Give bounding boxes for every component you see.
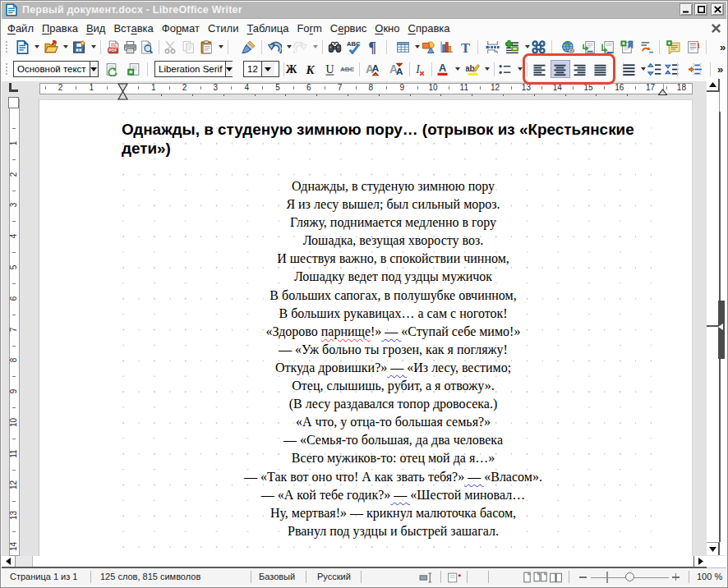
insert-hyperlink-button[interactable] — [559, 38, 578, 56]
align-left-button[interactable] — [529, 60, 549, 78]
poem-line[interactable]: Отец, слышишь, рубит, а я отвожу». — [129, 377, 658, 395]
menu-table[interactable]: Таблица — [242, 20, 293, 37]
document-heading[interactable]: Однажды, в студеную зимнюю пору… (отрыво… — [122, 120, 649, 158]
scroll-up-button[interactable] — [707, 79, 720, 92]
line-spacing-button[interactable] — [619, 60, 638, 78]
paragraph-style-combo-value[interactable]: Основной текст — [14, 62, 90, 76]
new-document-dropdown[interactable] — [32, 38, 41, 56]
toolbar-overflow-button[interactable]: » — [713, 38, 728, 56]
right-indent-marker[interactable] — [658, 89, 667, 95]
insert-chart-button[interactable] — [437, 38, 457, 56]
poem-line[interactable]: В больших рукавицах… а сам с ноготок! — [129, 305, 658, 323]
track-changes-button[interactable] — [684, 38, 703, 56]
undo-button[interactable] — [265, 38, 284, 56]
font-color-dropdown[interactable] — [453, 60, 462, 78]
font-size-combo-dropdown[interactable] — [261, 62, 274, 76]
print-preview-button[interactable] — [136, 38, 156, 56]
language-status[interactable]: Русский — [317, 572, 351, 581]
page-style-status[interactable]: Базовый — [259, 572, 295, 581]
close-document-icon[interactable] — [711, 23, 721, 34]
insert-bookmark-button[interactable] — [618, 38, 638, 56]
vertical-scroll-thumb[interactable] — [707, 92, 720, 327]
bullets-button[interactable] — [495, 60, 515, 78]
poem-line[interactable]: И шествуя важно, в спокойствии чинном, — [129, 250, 658, 268]
poem-line[interactable]: Лошадку ведет под уздцы мужичок — [129, 268, 658, 286]
highlight-color-button[interactable]: ab — [463, 60, 482, 78]
poem-line[interactable]: — «Семья-то большая, да два человека — [129, 431, 658, 449]
horizontal-ruler[interactable]: 12123456789101112131415161718 — [21, 82, 707, 96]
insert-image-button[interactable] — [418, 38, 438, 56]
strikethrough-button[interactable]: ABC — [337, 60, 357, 78]
menu-window[interactable]: Окно — [371, 20, 403, 37]
menu-styles[interactable]: Стили — [204, 20, 242, 37]
formatting-marks-button[interactable]: ¶ — [364, 38, 384, 56]
page-count-status[interactable]: Страница 1 из 1 — [10, 572, 77, 581]
toolbar-grip[interactable] — [4, 39, 12, 54]
insert-special-character-button[interactable] — [529, 38, 549, 56]
copy-button[interactable] — [179, 38, 199, 56]
selection-mode-icon[interactable] — [419, 571, 433, 586]
document-page[interactable]: Однажды, в студеную зимнюю пору… (отрыво… — [39, 99, 693, 556]
poem-line[interactable]: — «Так вот оно что! А как звать тебя?» —… — [129, 468, 658, 486]
font-size-combo[interactable]: 12 — [243, 61, 279, 77]
poem-line[interactable]: — «Уж больно ты грозен, как я погляжу! — [129, 341, 658, 359]
open-button[interactable] — [41, 38, 61, 56]
poem-text[interactable]: Однажды, в студеную зимнюю поруЯ из лесу… — [129, 177, 658, 540]
vertical-scrollbar[interactable] — [707, 79, 726, 555]
vertical-ruler[interactable]: 1234567891011121314 — [8, 96, 21, 556]
insert-comment-button[interactable] — [663, 38, 683, 56]
find-replace-button[interactable] — [325, 38, 344, 56]
poem-line[interactable]: Однажды, в студеную зимнюю пору — [129, 177, 658, 195]
menu-file[interactable]: Файл — [3, 20, 38, 37]
zoom-out-button[interactable] — [579, 577, 587, 578]
horizontal-scroll-thumb[interactable] — [15, 556, 33, 567]
poem-line[interactable]: — «А кой тебе годик?» — «Шестой миновал… — [129, 486, 658, 504]
toolbar-grip[interactable] — [4, 62, 12, 76]
menu-tools[interactable]: Сервис — [326, 20, 371, 37]
poem-line[interactable]: Рванул под уздцы и быстрей зашагал. — [129, 522, 658, 540]
align-center-button[interactable] — [551, 60, 570, 78]
menu-edit[interactable]: Правка — [38, 20, 82, 37]
spelling-button[interactable]: ABC — [343, 38, 363, 56]
bullets-dropdown[interactable] — [515, 60, 524, 78]
menu-insert[interactable]: Вставка — [109, 20, 157, 37]
new-document-button[interactable] — [12, 38, 32, 56]
poem-line[interactable]: Я из лесу вышел; был сильный мороз. — [129, 195, 658, 214]
scroll-down-button[interactable] — [707, 542, 720, 555]
insert-table-button[interactable] — [393, 38, 412, 56]
save-dropdown[interactable] — [89, 38, 98, 56]
new-style-button[interactable] — [125, 60, 145, 78]
poem-line[interactable]: Всего мужиков-то: отец мой да я…» — [129, 449, 658, 467]
minimize-button[interactable] — [680, 3, 693, 16]
increase-font-size-button[interactable]: AA — [363, 60, 383, 78]
document-modified-icon[interactable]: * — [447, 571, 461, 586]
scroll-right-button[interactable] — [693, 556, 707, 567]
paragraph-style-combo-dropdown[interactable] — [90, 62, 98, 76]
font-name-combo-value[interactable]: Liberation Serif — [155, 62, 225, 76]
font-size-combo-value[interactable]: 12 — [244, 62, 261, 76]
zoom-slider-knob[interactable] — [625, 572, 634, 581]
poem-line[interactable]: «Здорово парнище!» — «Ступай себе мимо!» — [129, 323, 658, 341]
poem-line[interactable]: Откуда дровишки?» — «Из лесу, вестимо; — [129, 359, 658, 377]
single-page-view-icon[interactable] — [520, 571, 534, 586]
paragraph-style-combo[interactable]: Основной текст — [13, 61, 99, 77]
align-right-button[interactable] — [570, 60, 590, 78]
cut-button[interactable] — [161, 38, 181, 56]
decrease-paragraph-spacing-button[interactable] — [661, 60, 681, 78]
zoom-level-status[interactable]: 100 % — [697, 572, 722, 581]
poem-line[interactable]: «А что, у отца-то большая семья?» — [129, 413, 658, 431]
paragraph-indent-marker[interactable] — [117, 83, 128, 100]
insert-endnote-button[interactable] — [598, 38, 618, 56]
poem-line[interactable]: Гляжу, поднимается медленно в гору — [129, 214, 658, 232]
clone-formatting-button[interactable] — [239, 38, 259, 56]
menu-help[interactable]: Справка — [404, 20, 454, 37]
toolbar-overflow-button[interactable]: » — [711, 60, 728, 78]
menu-format[interactable]: Формат — [158, 20, 204, 37]
poem-line[interactable]: Лошадка, везущая хворосту воз. — [129, 232, 658, 250]
redo-button[interactable] — [291, 38, 311, 56]
increase-indent-button[interactable] — [685, 60, 705, 78]
font-name-combo[interactable]: Liberation Serif — [154, 61, 233, 77]
zoom-slider[interactable] — [577, 568, 684, 586]
menu-form[interactable]: Form — [293, 20, 325, 37]
maximize-button[interactable] — [694, 3, 707, 16]
